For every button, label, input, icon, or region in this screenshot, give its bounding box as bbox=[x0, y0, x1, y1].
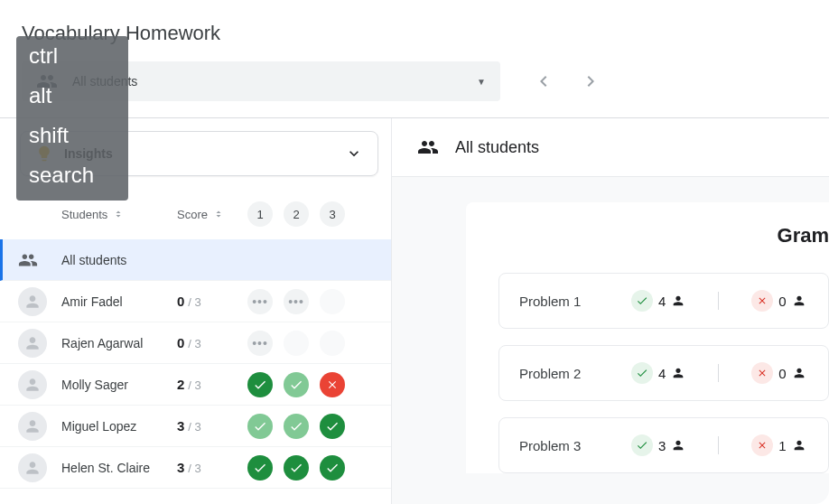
correct-stat: 4 bbox=[631, 362, 685, 384]
right-panel: All students Gram Problem 140Problem 240… bbox=[392, 118, 829, 504]
status-correct-icon bbox=[320, 414, 345, 439]
status-empty-icon bbox=[320, 331, 345, 356]
check-icon bbox=[631, 362, 653, 384]
next-arrow-icon[interactable] bbox=[580, 70, 601, 92]
problem-num-2[interactable]: 2 bbox=[284, 201, 309, 227]
prev-arrow-icon[interactable] bbox=[533, 70, 554, 92]
correct-stat: 4 bbox=[631, 290, 685, 312]
student-row[interactable]: Rajen Agarwal0 / 3••• bbox=[0, 322, 391, 364]
student-name: Amir Fadel bbox=[61, 294, 177, 309]
x-icon bbox=[751, 362, 773, 384]
status-pending-icon: ••• bbox=[247, 331, 273, 356]
person-icon bbox=[671, 438, 685, 453]
column-students[interactable]: Students bbox=[61, 208, 177, 221]
status-correct-light-icon bbox=[284, 414, 309, 439]
student-row[interactable]: Helen St. Claire3 / 3 bbox=[0, 447, 391, 489]
right-panel-header: All students bbox=[392, 118, 829, 177]
status-icons: ••• bbox=[247, 331, 345, 356]
status-wrong-icon bbox=[320, 372, 345, 397]
student-name: All students bbox=[61, 253, 177, 267]
card-title: Gram bbox=[498, 224, 829, 247]
status-empty-icon bbox=[284, 331, 309, 356]
correct-stat: 3 bbox=[631, 434, 685, 456]
person-icon bbox=[792, 294, 806, 308]
check-icon bbox=[631, 434, 653, 456]
status-correct-icon bbox=[284, 455, 309, 481]
right-header-title: All students bbox=[455, 138, 539, 157]
avatar bbox=[18, 370, 47, 399]
student-name: Miguel Lopez bbox=[61, 419, 177, 434]
avatar bbox=[18, 329, 47, 358]
student-score: 3 / 3 bbox=[177, 460, 247, 475]
person-icon bbox=[792, 366, 806, 380]
avatar bbox=[18, 412, 47, 441]
student-row[interactable]: All students bbox=[0, 239, 391, 281]
x-icon bbox=[751, 290, 773, 312]
wrong-stat: 0 bbox=[751, 290, 806, 312]
avatar bbox=[18, 287, 47, 316]
kb-search: search bbox=[29, 163, 116, 188]
person-icon bbox=[671, 294, 685, 308]
stat-divider bbox=[718, 364, 719, 382]
nav-arrows bbox=[533, 70, 601, 92]
people-icon bbox=[417, 136, 439, 158]
dropdown-arrow-icon: ▼ bbox=[477, 77, 486, 87]
student-score: 0 / 3 bbox=[177, 294, 247, 309]
status-icons bbox=[247, 414, 345, 439]
status-correct-icon bbox=[320, 455, 345, 481]
student-selector-label: All students bbox=[72, 74, 462, 89]
status-correct-light-icon bbox=[284, 372, 309, 397]
avatar bbox=[18, 453, 47, 482]
problems-card: Gram Problem 140Problem 240Problem 331 bbox=[466, 202, 829, 473]
wrong-stat: 1 bbox=[751, 434, 806, 456]
status-pending-icon: ••• bbox=[284, 289, 309, 314]
kb-ctrl: ctrl bbox=[29, 43, 116, 69]
wrong-stat: 0 bbox=[751, 362, 806, 384]
column-students-label: Students bbox=[61, 208, 107, 221]
problem-label: Problem 3 bbox=[519, 438, 610, 453]
status-empty-icon bbox=[320, 289, 345, 314]
status-icons bbox=[247, 455, 345, 481]
problem-num-3[interactable]: 3 bbox=[320, 201, 345, 227]
student-score: 3 / 3 bbox=[177, 418, 247, 434]
stat-divider bbox=[718, 292, 719, 310]
student-row[interactable]: Miguel Lopez3 / 3 bbox=[0, 406, 391, 447]
people-icon bbox=[18, 250, 38, 270]
problem-label: Problem 1 bbox=[519, 294, 610, 309]
status-icons: •••••• bbox=[247, 289, 345, 314]
sort-icon bbox=[113, 209, 124, 219]
x-icon bbox=[751, 434, 773, 456]
problem-num-1[interactable]: 1 bbox=[247, 201, 273, 227]
chevron-down-icon bbox=[345, 145, 363, 163]
problem-number-header: 1 2 3 bbox=[247, 201, 345, 227]
problem-label: Problem 2 bbox=[519, 366, 610, 381]
check-icon bbox=[631, 290, 653, 312]
student-row[interactable]: Amir Fadel0 / 3•••••• bbox=[0, 281, 391, 322]
status-pending-icon: ••• bbox=[247, 289, 273, 314]
student-name: Molly Sager bbox=[61, 378, 177, 392]
person-icon bbox=[671, 366, 685, 380]
status-correct-icon bbox=[247, 372, 273, 397]
student-row[interactable]: Molly Sager2 / 3 bbox=[0, 364, 391, 406]
keyboard-overlay: ctrl alt shift search bbox=[16, 36, 128, 201]
problem-row[interactable]: Problem 140 bbox=[498, 273, 829, 329]
column-score[interactable]: Score bbox=[177, 208, 247, 221]
stat-divider bbox=[718, 436, 719, 454]
problem-row[interactable]: Problem 331 bbox=[498, 417, 829, 473]
person-icon bbox=[792, 438, 806, 453]
column-score-label: Score bbox=[177, 208, 208, 221]
student-name: Rajen Agarwal bbox=[61, 336, 177, 350]
sort-icon bbox=[213, 209, 224, 219]
student-score: 2 / 3 bbox=[177, 377, 247, 392]
student-name: Helen St. Claire bbox=[61, 461, 177, 475]
status-icons bbox=[247, 372, 345, 397]
student-score: 0 / 3 bbox=[177, 335, 247, 350]
problem-row[interactable]: Problem 240 bbox=[498, 345, 829, 401]
kb-alt: alt bbox=[29, 83, 116, 108]
status-correct-light-icon bbox=[247, 414, 273, 439]
status-correct-icon bbox=[247, 455, 273, 481]
kb-shift: shift bbox=[29, 123, 116, 148]
